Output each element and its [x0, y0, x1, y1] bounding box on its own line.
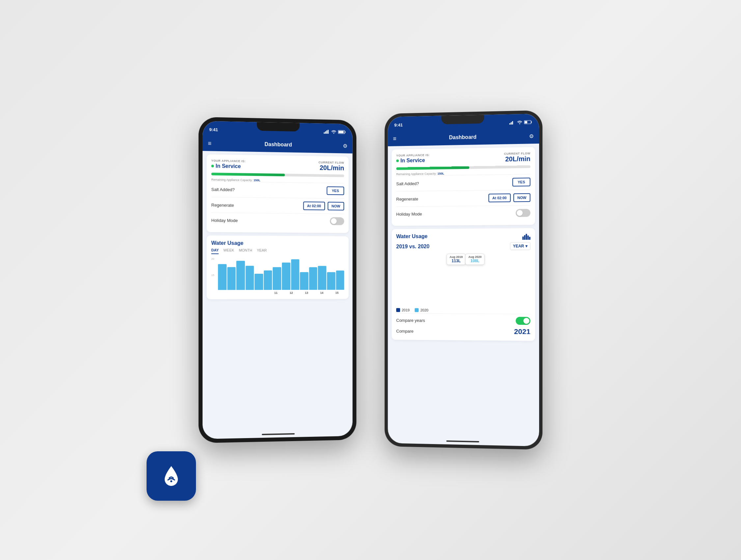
svg-rect-17 — [524, 235, 525, 240]
holiday-toggle-left[interactable] — [330, 217, 344, 225]
regen-time-btn-right[interactable]: At 02:00 — [488, 193, 511, 202]
status-time-right: 9:41 — [394, 120, 403, 127]
bar-13 — [327, 272, 335, 290]
salt-label-right: Salt Added? — [396, 181, 419, 186]
chart-wrapper-left: 20 15 — [211, 257, 344, 295]
status-icons-left — [324, 128, 346, 134]
regen-label-left: Regenerate — [211, 202, 234, 207]
nav-title-left: Dashboard — [264, 141, 292, 147]
bar-11 — [309, 267, 317, 290]
regen-label-right: Regenerate — [396, 196, 418, 202]
appliance-header-left: YOUR APPLIANCE IS: In Service CURRENT FL… — [211, 159, 344, 172]
svg-rect-20 — [529, 237, 530, 240]
svg-rect-15 — [525, 121, 527, 123]
svg-rect-4 — [328, 130, 329, 134]
bar-12 — [318, 266, 326, 290]
water-usage-title-left: Water Usage — [211, 240, 344, 247]
svg-rect-11 — [512, 121, 513, 125]
appliance-label-right: YOUR APPLIANCE IS: — [396, 153, 430, 158]
comparison-header-right: 2019 vs. 2020 YEAR ▾ — [396, 242, 530, 251]
water-section-header-right: Water Usage — [396, 233, 530, 241]
holiday-label-right: Holiday Mode — [396, 211, 422, 217]
salt-yes-btn-left[interactable]: YES — [327, 186, 344, 195]
in-service-right: In Service — [396, 158, 430, 164]
chevron-down-icon: ▾ — [525, 244, 527, 248]
salt-label-left: Salt Added? — [211, 187, 234, 192]
tab-day-left[interactable]: DAY — [211, 248, 219, 254]
green-dot-right — [396, 160, 399, 162]
home-bar-left — [262, 433, 295, 435]
green-dot-left — [211, 165, 214, 167]
compare-text: Compare — [396, 328, 414, 333]
water-usage-title-right: Water Usage — [396, 234, 427, 240]
regen-btns-right: At 02:00 NOW — [488, 193, 531, 203]
gear-icon-left[interactable]: ⚙ — [343, 143, 347, 149]
appliance-card-right: YOUR APPLIANCE IS: In Service CURRENT FL… — [392, 147, 535, 226]
bar-14 — [336, 270, 344, 290]
flow-value-right: 20L/min — [504, 155, 531, 163]
bar-10 — [300, 272, 308, 290]
legend-dot-2019 — [396, 308, 400, 312]
scene: 9:41 — [74, 33, 667, 527]
progress-fill-right — [396, 166, 469, 170]
tabs-left: DAY WEEK MONTH YEAR — [211, 248, 344, 255]
svg-rect-19 — [527, 236, 529, 240]
tab-year-left[interactable]: YEAR — [257, 248, 267, 254]
compare-years-row: Compare years — [396, 313, 530, 325]
bar-9 — [291, 259, 299, 290]
content-left: YOUR APPLIANCE IS: In Service CURRENT FL… — [203, 151, 352, 303]
legend-right: 2019 2020 — [396, 308, 530, 313]
flow-value-left: 20L/min — [319, 164, 344, 172]
progress-fill-left — [211, 173, 285, 176]
tab-week-left[interactable]: WEEK — [223, 248, 234, 254]
nav-bar-right: ≡ Dashboard ⚙ — [388, 128, 539, 146]
chart-bars-left: 20 15 — [211, 257, 344, 291]
progress-bar-right — [396, 165, 530, 170]
appliance-header-right: YOUR APPLIANCE IS: In Service CURRENT FL… — [396, 152, 530, 165]
svg-rect-7 — [345, 131, 345, 133]
notch-right — [441, 115, 484, 125]
regen-time-btn-left[interactable]: At 02:00 — [303, 202, 325, 210]
compare-bottom: Compare 2021 — [396, 324, 530, 336]
phone-right-screen: 9:41 — [388, 114, 539, 446]
salt-yes-btn-right[interactable]: YES — [513, 178, 531, 186]
phone-left-screen: 9:41 — [203, 121, 352, 439]
holiday-label-left: Holiday Mode — [211, 218, 238, 223]
regen-btns-left: At 02:00 NOW — [303, 202, 344, 210]
year-selector-right[interactable]: YEAR ▾ — [510, 242, 530, 250]
water-usage-card-right: Water Usage 2019 vs. 2020 — [392, 228, 535, 341]
bar-7 — [273, 267, 281, 290]
appliance-card-left: YOUR APPLIANCE IS: In Service CURRENT FL… — [206, 154, 348, 233]
bar-6 — [264, 270, 272, 290]
bar-5 — [255, 274, 263, 290]
gear-icon-right[interactable]: ⚙ — [529, 133, 534, 139]
svg-rect-9 — [510, 123, 511, 125]
menu-icon-right[interactable]: ≡ — [393, 135, 396, 142]
legend-2019: 2019 — [396, 308, 410, 312]
menu-icon-left[interactable]: ≡ — [208, 140, 211, 147]
compare-year-value: 2021 — [514, 327, 531, 336]
content-right: YOUR APPLIANCE IS: In Service CURRENT FL… — [388, 144, 539, 344]
svg-rect-1 — [324, 132, 325, 134]
regen-now-btn-right[interactable]: NOW — [514, 193, 531, 202]
tab-month-left[interactable]: MONTH — [239, 248, 252, 254]
compare-years-toggle[interactable] — [516, 317, 531, 325]
salt-row-right: Salt Added? YES — [396, 174, 530, 191]
salt-row-left: Salt Added? YES — [211, 181, 344, 198]
nav-title-right: Dashboard — [449, 134, 476, 141]
svg-rect-2 — [325, 131, 326, 134]
regen-row-left: Regenerate At 02:00 NOW — [211, 197, 344, 214]
holiday-toggle-right[interactable] — [516, 209, 531, 217]
svg-point-0 — [170, 480, 172, 482]
notch-left — [257, 122, 300, 132]
svg-point-5 — [333, 133, 334, 134]
phone-left: 9:41 — [199, 117, 356, 443]
compare-years-label: Compare years — [396, 318, 425, 322]
regen-now-btn-left[interactable]: NOW — [328, 202, 344, 210]
data-icon-right — [522, 234, 530, 240]
regen-row-right: Regenerate At 02:00 NOW — [396, 190, 530, 206]
bar-8 — [282, 262, 290, 290]
status-time-left: 9:41 — [209, 125, 218, 132]
svg-rect-14 — [531, 121, 532, 123]
bar-1 — [218, 264, 226, 290]
